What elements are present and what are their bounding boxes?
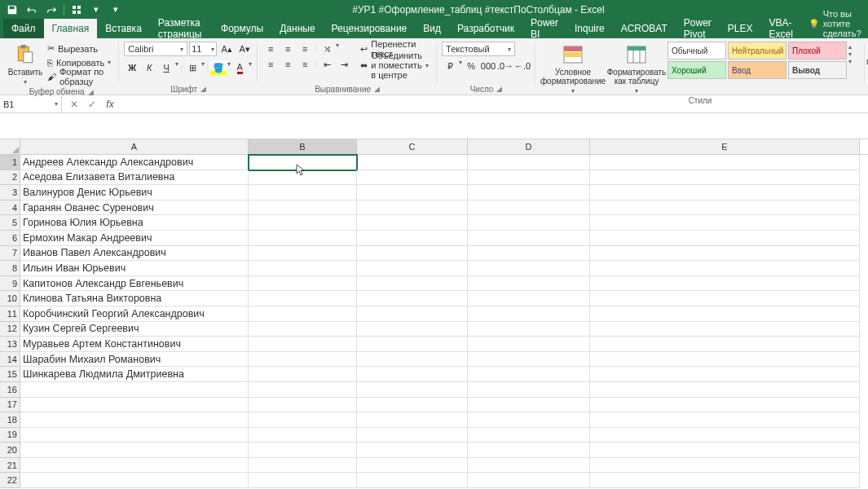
cell[interactable] — [468, 398, 590, 413]
name-box[interactable]: B1▾ — [0, 95, 62, 112]
tab-file[interactable]: Файл — [3, 19, 44, 38]
row-header[interactable]: 4 — [0, 200, 20, 216]
style-neutral[interactable]: Нейтральный — [728, 42, 786, 59]
cell[interactable] — [590, 412, 860, 428]
tab-plex[interactable]: PLEX — [720, 19, 761, 38]
decrease-indent-button[interactable]: ⇤ — [319, 57, 335, 72]
cell[interactable] — [468, 306, 590, 322]
cell[interactable] — [357, 352, 468, 368]
cell[interactable] — [590, 367, 860, 382]
cell[interactable]: Горинова Юлия Юрьевна — [20, 215, 249, 231]
cell[interactable] — [357, 185, 468, 200]
cell[interactable]: Ильин Иван Юрьевич — [20, 261, 249, 276]
cell[interactable] — [357, 458, 468, 474]
row-header[interactable]: 14 — [0, 352, 20, 368]
cell[interactable] — [357, 382, 468, 398]
number-format-combo[interactable]: Текстовый▾ — [442, 42, 515, 56]
cell[interactable] — [249, 398, 357, 413]
tab-formulas[interactable]: Формулы — [213, 19, 271, 38]
font-launcher[interactable]: ◢ — [200, 85, 206, 93]
cell[interactable] — [249, 337, 357, 352]
style-output[interactable]: Вывод — [788, 61, 847, 79]
cell[interactable] — [357, 337, 468, 352]
cell[interactable] — [590, 276, 860, 292]
style-good[interactable]: Хороший — [668, 61, 726, 79]
row-header[interactable]: 16 — [0, 382, 20, 398]
cell[interactable] — [20, 473, 249, 488]
cell[interactable] — [249, 170, 357, 186]
grow-font-button[interactable]: A▴ — [218, 42, 235, 56]
cell[interactable] — [249, 276, 357, 292]
cell[interactable] — [590, 306, 860, 322]
cell[interactable] — [20, 382, 249, 398]
row-header[interactable]: 13 — [0, 337, 20, 352]
cell[interactable]: Муравьев Артем Константинович — [20, 337, 249, 352]
cell[interactable] — [357, 170, 468, 186]
cell[interactable] — [249, 382, 357, 398]
cell[interactable] — [468, 443, 590, 458]
cell[interactable] — [590, 170, 860, 186]
cell[interactable] — [468, 185, 590, 200]
row-header[interactable]: 22 — [0, 473, 20, 488]
cell[interactable] — [20, 458, 249, 474]
tab-home[interactable]: Главная — [44, 19, 98, 38]
column-header-A[interactable]: A — [20, 139, 249, 154]
italic-button[interactable]: К — [141, 60, 157, 75]
row-header[interactable]: 21 — [0, 458, 20, 474]
row-header[interactable]: 11 — [0, 306, 20, 322]
select-all-corner[interactable] — [0, 139, 20, 154]
increase-indent-button[interactable]: ⇥ — [336, 57, 352, 72]
cell[interactable]: Ермохин Макар Андреевич — [20, 231, 249, 246]
qat-icon-1[interactable] — [68, 2, 86, 18]
clipboard-launcher[interactable]: ◢ — [88, 88, 94, 96]
fill-color-button[interactable]: 🪣 — [210, 60, 227, 75]
cell[interactable] — [357, 200, 468, 216]
align-center-button[interactable]: ≡ — [280, 57, 296, 72]
cell[interactable] — [590, 443, 860, 458]
column-header-C[interactable]: C — [357, 139, 468, 154]
cell[interactable] — [590, 200, 860, 216]
cell[interactable] — [249, 231, 357, 246]
cell[interactable]: Кузин Сергей Сергеевич — [20, 322, 249, 337]
tell-me[interactable]: 💡 Что вы хотите сделать? — [809, 9, 868, 38]
cell[interactable] — [357, 322, 468, 337]
cell[interactable] — [468, 352, 590, 368]
border-button[interactable]: ⊞ — [184, 60, 200, 75]
tab-powerpivot[interactable]: Power Pivot — [676, 19, 720, 38]
cell[interactable] — [468, 337, 590, 352]
fx-icon[interactable]: fx — [101, 97, 119, 112]
tab-acrobat[interactable]: ACROBAT — [613, 19, 676, 38]
save-icon[interactable] — [3, 2, 21, 18]
cell[interactable] — [357, 291, 468, 306]
style-normal[interactable]: Обычный — [668, 42, 726, 59]
cell[interactable]: Андреев Александр Александрович — [20, 155, 249, 170]
cell[interactable] — [357, 443, 468, 458]
row-header[interactable]: 3 — [0, 185, 20, 200]
cell[interactable] — [590, 231, 860, 246]
cell[interactable] — [468, 291, 590, 306]
cell[interactable] — [249, 185, 357, 200]
underline-button[interactable]: Ч — [158, 60, 174, 75]
cell[interactable] — [468, 412, 590, 428]
row-header[interactable]: 2 — [0, 170, 20, 186]
tab-developer[interactable]: Разработчик — [449, 19, 522, 38]
tab-data[interactable]: Данные — [271, 19, 323, 38]
cell[interactable] — [249, 322, 357, 337]
cell[interactable] — [249, 306, 357, 322]
row-header[interactable]: 6 — [0, 231, 20, 246]
row-header[interactable]: 20 — [0, 443, 20, 458]
row-header[interactable]: 7 — [0, 246, 20, 262]
percent-button[interactable]: % — [463, 59, 479, 73]
orientation-button[interactable]: ⤭ — [319, 42, 335, 56]
cell[interactable] — [468, 473, 590, 488]
cell[interactable] — [357, 473, 468, 488]
cell[interactable] — [249, 428, 357, 443]
cell[interactable] — [357, 428, 468, 443]
cell[interactable] — [590, 261, 860, 276]
cell[interactable] — [590, 337, 860, 352]
cell[interactable] — [249, 367, 357, 382]
tab-inquire[interactable]: Inquire — [566, 19, 613, 38]
cell[interactable]: Клинова Татьяна Викторовна — [20, 291, 249, 306]
cut-button[interactable]: ✂Вырезать — [44, 42, 114, 55]
format-painter-button[interactable]: 🖌Формат по образцу — [44, 69, 114, 83]
